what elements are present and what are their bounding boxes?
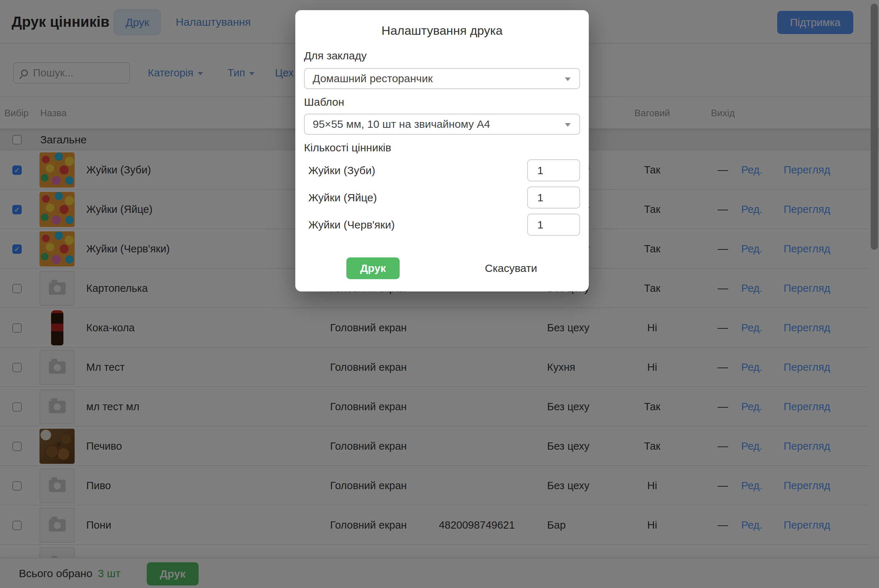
quantities-label: Кількості цінників [304, 141, 580, 155]
venue-select[interactable]: Домашний ресторанчик [304, 68, 580, 89]
print-settings-modal: Налаштування друка Для закладу Домашний … [295, 10, 589, 291]
quantity-row: Жуйки (Яйце) [304, 186, 580, 208]
template-select[interactable]: 95×55 мм, 10 шт на звичайному А4 [304, 114, 580, 135]
quantity-input[interactable] [527, 186, 580, 208]
chevron-down-icon [565, 78, 571, 81]
quantity-input[interactable] [527, 159, 580, 182]
quantity-input[interactable] [527, 214, 580, 236]
quantity-item-label: Жуйки (Черв'яки) [304, 219, 395, 231]
price-tags-page: Друк цінників Друк Налаштування Підтримк… [0, 0, 879, 588]
quantity-row: Жуйки (Зуби) [304, 159, 580, 182]
modal-actions: Друк Скасувати [304, 257, 580, 279]
venue-label: Для закладу [304, 48, 580, 63]
quantity-item-label: Жуйки (Зуби) [304, 164, 376, 177]
cancel-button[interactable]: Скасувати [485, 262, 537, 274]
venue-select-value: Домашний ресторанчик [313, 72, 433, 85]
quantity-row: Жуйки (Черв'яки) [304, 214, 580, 236]
modal-print-button[interactable]: Друк [346, 257, 400, 279]
chevron-down-icon [565, 123, 571, 127]
modal-title: Налаштування друка [304, 23, 580, 38]
template-select-value: 95×55 мм, 10 шт на звичайному А4 [313, 118, 490, 130]
quantity-item-label: Жуйки (Яйце) [304, 192, 377, 204]
template-label: Шаблон [304, 95, 580, 110]
